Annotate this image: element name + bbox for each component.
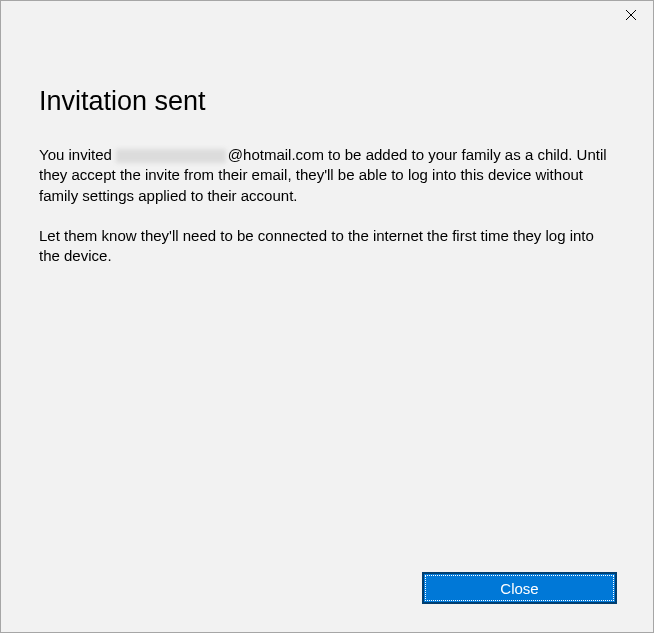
dialog-footer: Close — [422, 572, 617, 604]
dialog-window: Invitation sent You invited@hotmail.com … — [0, 0, 654, 633]
titlebar — [1, 1, 653, 31]
redacted-email-local — [116, 149, 226, 163]
dialog-paragraph-2: Let them know they'll need to be connect… — [39, 226, 615, 267]
dialog-heading: Invitation sent — [39, 86, 615, 117]
dialog-paragraph-1: You invited@hotmail.com to be added to y… — [39, 145, 615, 206]
p1-prefix: You invited — [39, 146, 112, 163]
dialog-content: Invitation sent You invited@hotmail.com … — [1, 31, 653, 632]
close-button[interactable]: Close — [422, 572, 617, 604]
close-icon[interactable] — [608, 1, 653, 29]
